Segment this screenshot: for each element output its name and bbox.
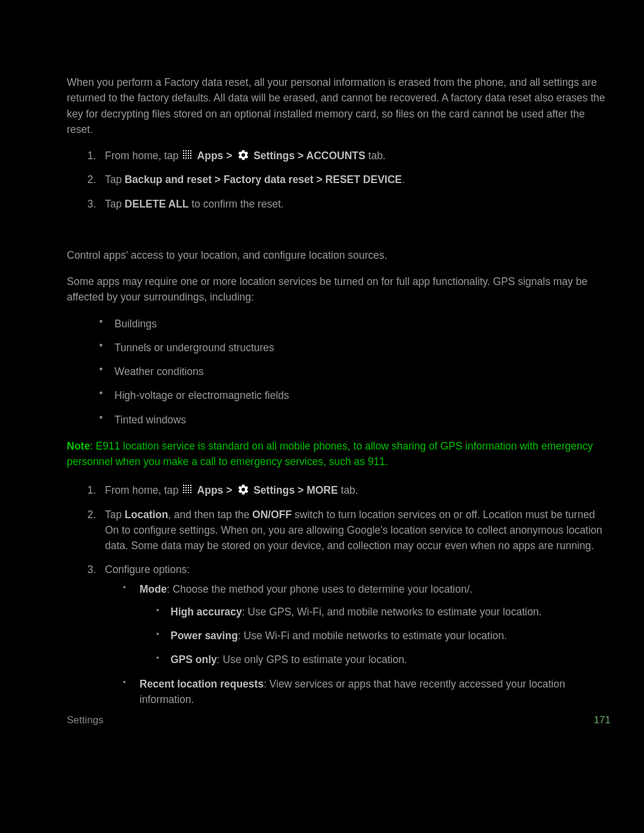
loc-step-1: From home, tap Apps > Settings > MORE ta… (99, 482, 611, 498)
e911-note: Note: E911 location service is standard … (67, 438, 611, 470)
gear-icon (237, 484, 249, 496)
page-footer: Settings 171 (67, 713, 611, 728)
location-steps: From home, tap Apps > Settings > MORE ta… (67, 482, 611, 707)
frs-step-1: From home, tap Apps > Settings > ACCOUNT… (99, 148, 611, 163)
gear-icon (237, 149, 249, 161)
list-item: Mode: Choose the method your phone uses … (123, 581, 611, 668)
location-factors-list: Buildings Tunnels or underground structu… (67, 316, 611, 428)
apps-icon (182, 150, 193, 160)
loc-step-3: Configure options: Mode: Choose the meth… (99, 562, 611, 707)
loc-step-2: Tap Location, and then tap the ON/OFF sw… (99, 507, 611, 554)
frs-step-2: Tap Backup and reset > Factory data rese… (99, 172, 611, 187)
location-intro-1: Control apps' access to your location, a… (67, 247, 611, 263)
list-item: Buildings (99, 316, 611, 332)
list-item: High-voltage or electromagnetic fields (99, 388, 611, 403)
factory-reset-intro: When you perform a Factory data reset, a… (67, 75, 611, 137)
list-item: Tinted windows (99, 412, 611, 428)
apps-icon (182, 484, 193, 495)
list-item: High accuracy: Use GPS, Wi-Fi, and mobil… (155, 604, 611, 620)
list-item: GPS only: Use only GPS to estimate your … (155, 652, 611, 667)
footer-page-number: 171 (594, 713, 611, 728)
factory-reset-steps: From home, tap Apps > Settings > ACCOUNT… (67, 148, 611, 212)
list-item: Power saving: Use Wi-Fi and mobile netwo… (155, 628, 611, 643)
footer-section-name: Settings (67, 714, 103, 726)
frs-step-3: Tap DELETE ALL to confirm the reset. (99, 196, 611, 212)
location-intro-2: Some apps may require one or more locati… (67, 274, 611, 305)
list-item: Weather conditions (99, 364, 611, 379)
list-item: Recent location requests: View services … (123, 676, 611, 708)
list-item: Tunnels or underground structures (99, 340, 611, 355)
